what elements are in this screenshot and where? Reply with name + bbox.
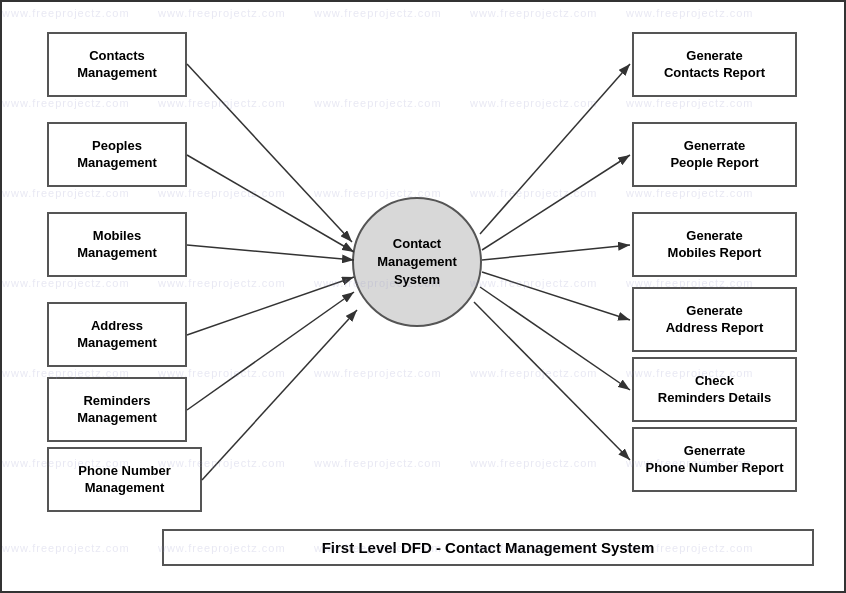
svg-line-6 xyxy=(187,292,354,410)
check-reminders-details-box: CheckReminders Details xyxy=(632,357,797,422)
svg-line-7 xyxy=(202,310,357,480)
svg-line-13 xyxy=(474,302,630,460)
peoples-management-box: PeoplesManagement xyxy=(47,122,187,187)
svg-line-12 xyxy=(480,287,630,390)
svg-line-5 xyxy=(187,277,354,335)
svg-line-3 xyxy=(187,155,354,252)
mobiles-management-box: MobilesManagement xyxy=(47,212,187,277)
center-circle: ContactManagementSystem xyxy=(352,197,482,327)
phone-number-management-box: Phone NumberManagement xyxy=(47,447,202,512)
contacts-management-box: Contacts Management xyxy=(47,32,187,97)
generate-phone-number-report-box: GenerratePhone Number Report xyxy=(632,427,797,492)
watermark-1: www.freeprojectz.com www.freeprojectz.co… xyxy=(2,7,844,19)
svg-line-8 xyxy=(480,64,630,234)
generate-contacts-report-box: GenerateContacts Report xyxy=(632,32,797,97)
address-management-box: AddressManagement xyxy=(47,302,187,367)
svg-line-11 xyxy=(482,272,630,320)
caption-box: First Level DFD - Contact Management Sys… xyxy=(162,529,814,566)
svg-line-10 xyxy=(482,245,630,260)
generate-people-report-box: GenerratePeople Report xyxy=(632,122,797,187)
svg-line-9 xyxy=(482,155,630,250)
svg-line-4 xyxy=(187,245,354,260)
svg-line-2 xyxy=(187,64,352,242)
generate-mobiles-report-box: GenerateMobiles Report xyxy=(632,212,797,277)
watermark-2: www.freeprojectz.com www.freeprojectz.co… xyxy=(2,97,844,109)
diagram-container: www.freeprojectz.com www.freeprojectz.co… xyxy=(0,0,846,593)
reminders-management-box: RemindersManagement xyxy=(47,377,187,442)
generate-address-report-box: GenerateAddress Report xyxy=(632,287,797,352)
